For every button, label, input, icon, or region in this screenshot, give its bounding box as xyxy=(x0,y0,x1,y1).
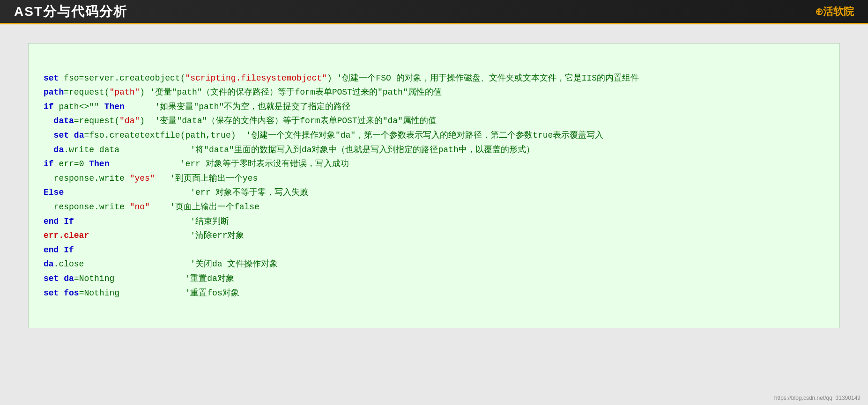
code-keyword-set1: set xyxy=(44,74,59,83)
code-block: set fso=server.createobject("scripting.f… xyxy=(28,43,840,328)
page-header: AST分与代码分析 ⊕活软院 xyxy=(0,0,868,24)
code-err-clear: err.clear xyxy=(44,231,89,240)
header-title: AST分与代码分析 xyxy=(14,3,127,21)
header-logo: ⊕活软院 xyxy=(815,5,854,19)
code-path: path xyxy=(44,88,64,97)
main-content: set fso=server.createobject("scripting.f… xyxy=(0,24,868,347)
code-if1: if xyxy=(44,102,54,111)
footer-url: https://blog.csdn.net/qq_31390149 xyxy=(774,395,861,401)
